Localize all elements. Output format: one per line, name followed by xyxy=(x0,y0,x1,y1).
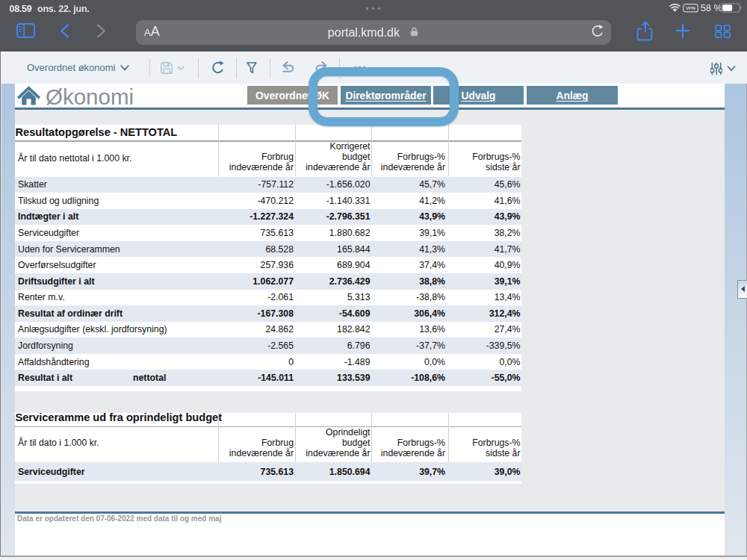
svg-text:VPN: VPN xyxy=(686,5,695,10)
